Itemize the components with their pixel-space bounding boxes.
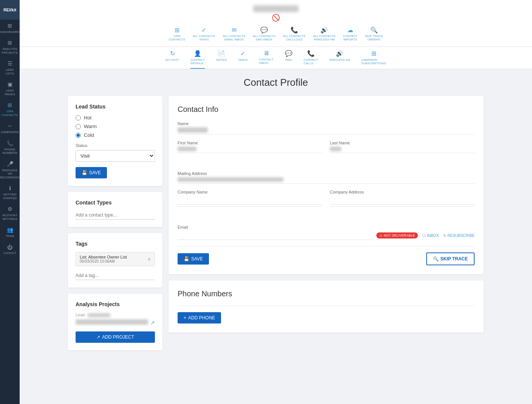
nav-sms-label: ALL CONTACTSSMS INBOX (253, 34, 275, 41)
tab-sms[interactable]: 💬 SMS (285, 50, 292, 69)
sidebar: REI/kit ⊞ DASHBOARD ⊞ ANALYSIS PROJECTS … (0, 0, 20, 404)
radio-hot[interactable]: Hot (76, 115, 155, 121)
skip-trace-button[interactable]: 🔍 SKIP TRACE (426, 252, 475, 265)
sidebar-item-label: ANALYSIS PROJECTS (2, 47, 18, 54)
company-address-input[interactable] (330, 196, 475, 205)
tab-contact-inbox[interactable]: 🖥 CONTACTINBOX (259, 50, 274, 69)
radio-warm-label: Warm (84, 124, 97, 129)
last-name-divider (330, 153, 475, 153)
contact-save-label: SAVE (191, 256, 203, 262)
radio-cold-input[interactable] (76, 133, 81, 138)
tab-notes[interactable]: 📄 NOTES (216, 50, 227, 69)
skip-trace-nav-icon: 🔍 (370, 26, 378, 34)
sidebar-item-label: LEAD LISTS (2, 68, 18, 75)
contact-type-input[interactable] (76, 211, 155, 220)
call-nav-icon: 📞 (291, 26, 298, 34)
top-nav-icons-row: ⊞ CRMCONTACTS ✓ ALL CONTACTSTASKS ✉ ALL … (27, 24, 524, 43)
tab-inbox-label: CONTACTINBOX (259, 58, 274, 65)
email-input[interactable] (178, 231, 372, 240)
tag-date: 05/03/2020 10:06AM (80, 259, 127, 263)
tab-campaign-subscriptions[interactable]: ⊞ CAMPAIGNSUBSCRIPTIONS (361, 50, 386, 69)
nav-email-label: ALL CONTACTSEMAIL INBOX (223, 34, 246, 41)
nav-crm-contacts[interactable]: ⊞ CRMCONTACTS (169, 26, 185, 41)
sidebar-item-label: CAMPAIGNS (1, 130, 19, 134)
tab-campaign-label: CAMPAIGNSUBSCRIPTIONS (361, 58, 386, 65)
profile-blocked-icon: 🚫 (272, 14, 280, 22)
sidebar-item-account-settings[interactable]: ⚙ ACCOUNT SETTINGS (0, 203, 20, 224)
lead-status-save-button[interactable]: 💾 SAVE (76, 167, 107, 178)
right-column: Contact Info Name First Name (169, 96, 484, 350)
nav-sms-inbox[interactable]: 💬 ALL CONTACTSSMS INBOX (253, 26, 275, 41)
tab-activity-label: ACTIVITY (165, 58, 179, 62)
campaigns-icon: ↔ (7, 123, 12, 129)
activity-tab-icon: ↻ (170, 50, 175, 57)
status-select[interactable]: Visit New Lead Follow Up Under Contract … (76, 150, 155, 162)
inbox-checkbox-icon: ☐ (422, 234, 426, 238)
nav-contact-imports[interactable]: ☁ CONTACTIMPORTS (343, 26, 357, 41)
tab-contact-calls[interactable]: 📞 CONTACTCALLS (304, 50, 318, 69)
sidebar-item-lead-lists[interactable]: ☰ LEAD LISTS (0, 57, 20, 78)
tag-content: List: Absentee Owner List 05/03/2020 10:… (80, 255, 127, 263)
sidebar-item-label: DASHBOARD (0, 30, 20, 34)
calls-tab-icon: 📞 (307, 50, 315, 57)
name-row: First Name Last Name (178, 141, 475, 165)
sidebar-item-analysis-projects[interactable]: ⊞ ANALYSIS PROJECTS (0, 37, 20, 57)
tag-input[interactable] (76, 271, 155, 280)
company-address-divider (330, 206, 475, 207)
settings-icon: ⚙ (8, 206, 12, 212)
sidebar-item-ringless-vm[interactable]: 🎤 RINGLESS VM RECORDINGS (0, 158, 20, 183)
page-content: Contact Profile Lead Status Hot Warm (20, 69, 532, 404)
analysis-link-icon[interactable]: ↗ (150, 320, 155, 326)
sidebar-item-phone-numbers[interactable]: 📞 PHONE NUMBERS (0, 137, 20, 158)
analysis-blur (76, 319, 148, 325)
nav-all-contacts-tasks[interactable]: ✓ ALL CONTACTSTASKS (193, 26, 215, 41)
app-logo: REI/kit (0, 0, 20, 20)
tab-ringless-vm[interactable]: 🔊 RINGLESS VM (329, 50, 350, 69)
notes-tab-icon: 📄 (218, 50, 225, 57)
sidebar-item-crm-contacts[interactable]: ⊞ CRM CONTACTS (0, 99, 20, 120)
nav-ringless-vm[interactable]: 🔊 ALL CONTACTSRINGLESS VM (313, 26, 336, 41)
inbox-badge[interactable]: ☐ INBOX (422, 234, 439, 238)
mailing-address-field: Mailing Address (178, 171, 475, 184)
add-phone-button[interactable]: + ADD PHONE (178, 312, 221, 324)
sidebar-item-getting-started[interactable]: ℹ GETTING STARTED (0, 182, 20, 203)
tag-remove-button[interactable]: × (148, 256, 151, 262)
campaign-tab-icon: ⊞ (371, 50, 376, 57)
first-name-field: First Name (178, 141, 322, 159)
lead-lists-icon: ☰ (8, 60, 12, 67)
email-nav-icon: ✉ (232, 26, 237, 34)
contact-info-save-button[interactable]: 💾 SAVE (178, 253, 209, 265)
tag-item: List: Absentee Owner List 05/03/2020 10:… (76, 252, 155, 266)
sidebar-item-dashboard[interactable]: ⊞ DASHBOARD (0, 20, 20, 37)
nav-skip-trace-label: SKIP TRACEORDERS (365, 34, 383, 41)
nav-email-inbox[interactable]: ✉ ALL CONTACTSEMAIL INBOX (223, 26, 246, 41)
analysis-projects-card: Analysis Projects Lead ↗ ↗ ADD PROJECT (68, 294, 162, 350)
add-project-button[interactable]: ↗ ADD PROJECT (76, 331, 155, 343)
left-column: Lead Status Hot Warm Cold (68, 96, 162, 350)
name-label: Name (178, 121, 475, 126)
resubscribe-badge[interactable]: ↻ RESUBSCRIBE (443, 234, 475, 238)
first-name-divider (178, 153, 322, 153)
email-divider (178, 246, 475, 246)
company-name-field: Company Name (178, 190, 322, 213)
radio-cold[interactable]: Cold (76, 132, 155, 138)
radio-hot-input[interactable] (76, 115, 81, 121)
sidebar-item-lead-pages[interactable]: ▣ LEAD PAGES (0, 78, 20, 99)
tags-card: Tags List: Absentee Owner List 05/03/202… (68, 233, 162, 288)
tab-tasks[interactable]: ✓ TASKS (238, 50, 248, 69)
sidebar-item-team[interactable]: 👥 TEAM (0, 224, 20, 241)
tab-activity[interactable]: ↻ ACTIVITY (165, 50, 179, 69)
sidebar-item-logout[interactable]: ⏻ LOGOUT (0, 241, 20, 258)
analysis-item: ↗ (76, 319, 155, 326)
radio-warm[interactable]: Warm (76, 124, 155, 129)
nav-ringless-label: ALL CONTACTSRINGLESS VM (313, 34, 336, 41)
tab-calls-label: CONTACTCALLS (304, 58, 318, 65)
company-name-input[interactable] (178, 196, 322, 205)
last-name-label: Last Name (330, 141, 475, 145)
nav-skip-trace[interactable]: 🔍 SKIP TRACEORDERS (365, 26, 383, 41)
tab-contact-profile[interactable]: 👤 CONTACTPROFILE (190, 50, 205, 69)
radio-warm-input[interactable] (76, 124, 81, 129)
tab-tasks-label: TASKS (238, 58, 248, 62)
sidebar-item-campaigns[interactable]: ↔ CAMPAIGNS (0, 120, 20, 137)
nav-call-logs[interactable]: 📞 ALL CONTACTSCALL LOGS (283, 26, 306, 41)
